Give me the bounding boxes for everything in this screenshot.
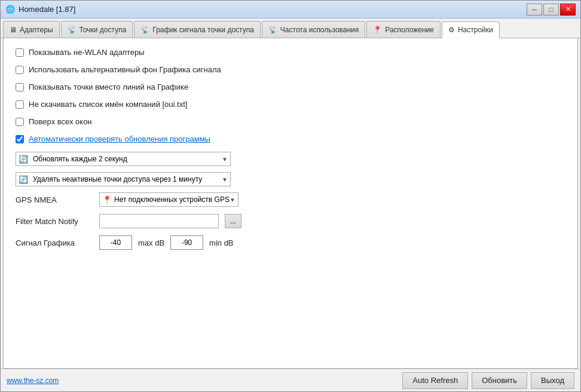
tab-signal-graph-label: График сигнала точки доступа [152,26,254,34]
alt-bg-label: Использовать альтернативный фон Графика … [29,65,221,74]
status-bar-right: Auto Refresh Обновить Выход [402,372,574,389]
tab-usage-freq-label: Частота использования [280,26,359,34]
auto-refresh-button[interactable]: Auto Refresh [402,372,468,389]
title-bar-left: 🌐 Homedale [1.87] [5,5,75,14]
update-button[interactable]: Обновить [472,372,527,389]
no-download-oui-row: Не скачивать список имён компаний [oui.t… [16,100,565,109]
show-non-wlan-label: Показывать не-WLAN адаптеры [29,48,145,57]
signal-graph-icon: 📡 [140,26,149,34]
tab-adapters-label: Адаптеры [20,26,53,34]
always-on-top-checkbox[interactable] [16,118,24,126]
signal-min-input[interactable]: -90 [170,235,203,250]
website-link[interactable]: www.the-sz.com [7,376,59,385]
title-bar: 🌐 Homedale [1.87] ─ □ ✕ [1,1,580,19]
tab-adapters[interactable]: 🖥 Адаптеры [3,21,60,38]
refresh-dropdown[interactable]: Обновлять каждые 1 секунд Обновлять кажд… [30,155,222,163]
remove-inactive-dropdown-row: 🔄 Удалять неактивные точки доступа через… [16,172,565,186]
auto-check-updates-checkbox[interactable] [16,135,24,143]
status-bar-left: www.the-sz.com [7,376,59,385]
tab-access-points-label: Точки доступа [79,26,127,34]
filter-match-label: Filter Match Notify [16,217,93,226]
alt-bg-row: Использовать альтернативный фон Графика … [16,65,565,74]
gps-nmea-label: GPS NMEA [16,195,93,204]
always-on-top-label: Поверх всех окон [29,117,92,126]
alt-bg-checkbox[interactable] [16,66,24,74]
tab-usage-freq[interactable]: 📡 Частота использования [262,21,365,38]
remove-inactive-dropdown[interactable]: Удалять неактивные точки доступа через 1… [30,175,222,183]
tab-settings[interactable]: ⚙ Настройки [442,22,500,38]
title-bar-buttons: ─ □ ✕ [527,4,576,16]
refresh-dropdown-icon: 🔄 [19,155,28,164]
tab-location[interactable]: 📍 Расположение [366,21,441,38]
gps-nmea-dropdown[interactable]: Нет подключенных устройств GPS [114,195,230,204]
minimize-button[interactable]: ─ [527,4,542,16]
signal-max-input[interactable]: -40 [99,235,132,250]
gps-icon: 📍 [102,195,112,204]
status-bar: www.the-sz.com Auto Refresh Обновить Вых… [1,369,580,391]
close-button[interactable]: ✕ [560,4,576,16]
settings-content: Показывать не-WLAN адаптеры Использовать… [3,38,578,369]
refresh-dropdown-row: 🔄 Обновлять каждые 1 секунд Обновлять ка… [16,152,565,166]
gps-nmea-dropdown-arrow: ▼ [230,197,236,203]
gps-nmea-dropdown-wrapper: 📍 Нет подключенных устройств GPS ▼ [99,192,238,207]
signal-max-unit: max dB [138,238,164,247]
location-icon: 📍 [373,26,382,34]
tab-settings-label: Настройки [458,26,493,34]
tab-bar: 🖥 Адаптеры 📡 Точки доступа 📡 График сигн… [1,19,580,38]
no-download-oui-checkbox[interactable] [16,100,24,109]
signal-min-unit: min dB [209,238,233,247]
gps-nmea-row: GPS NMEA 📍 Нет подключенных устройств GP… [16,192,565,207]
tab-location-label: Расположение [385,26,434,34]
settings-tab-icon: ⚙ [448,26,455,34]
auto-check-updates-label: Автоматически проверять обновления прогр… [29,134,210,143]
main-window: 🌐 Homedale [1.87] ─ □ ✕ 🖥 Адаптеры 📡 Точ… [0,0,581,392]
show-dots-row: Показывать точки вместо линий на Графике [16,82,565,91]
remove-inactive-dropdown-arrow: ▼ [222,176,228,183]
access-points-icon: 📡 [68,26,77,34]
show-dots-label: Показывать точки вместо линий на Графике [29,82,188,91]
refresh-dropdown-wrapper: 🔄 Обновлять каждые 1 секунд Обновлять ка… [16,152,231,166]
usage-freq-icon: 📡 [268,26,277,34]
window-title: Homedale [1.87] [19,5,75,14]
show-non-wlan-checkbox[interactable] [16,48,24,57]
exit-button[interactable]: Выход [531,372,574,389]
signal-graph-row: Сигнал Графика -40 max dB -90 min dB [16,235,565,250]
adapters-icon: 🖥 [10,26,17,34]
tab-signal-graph[interactable]: 📡 График сигнала точки доступа [134,21,261,38]
show-non-wlan-row: Показывать не-WLAN адаптеры [16,48,565,57]
maximize-button[interactable]: □ [543,4,559,16]
refresh-dropdown-arrow: ▼ [222,156,228,163]
app-icon: 🌐 [5,5,15,14]
remove-inactive-dropdown-wrapper: 🔄 Удалять неактивные точки доступа через… [16,172,231,186]
always-on-top-row: Поверх всех окон [16,117,565,126]
auto-check-updates-row: Автоматически проверять обновления прогр… [16,134,565,143]
no-download-oui-label: Не скачивать список имён компаний [oui.t… [29,100,187,109]
signal-graph-label: Сигнал Графика [16,238,93,247]
tab-access-points[interactable]: 📡 Точки доступа [61,21,133,38]
show-dots-checkbox[interactable] [16,83,24,91]
filter-match-browse-button[interactable]: ... [225,214,241,228]
filter-match-row: Filter Match Notify ... [16,214,565,228]
filter-match-input[interactable] [99,214,219,228]
remove-inactive-dropdown-icon: 🔄 [19,175,28,184]
